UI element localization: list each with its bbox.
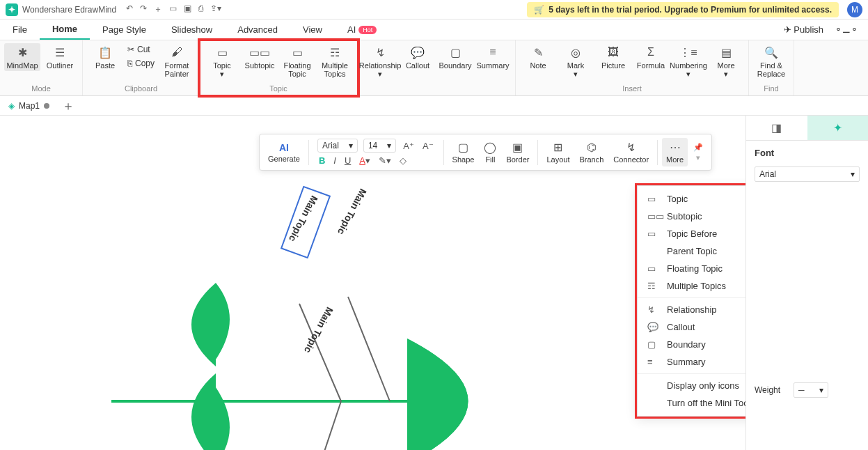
undo-icon[interactable]: ↶ bbox=[126, 3, 133, 15]
new-icon[interactable]: ＋ bbox=[154, 3, 162, 15]
formula-button[interactable]: ΣFormula bbox=[633, 43, 669, 71]
note-button[interactable]: ✎Note bbox=[520, 43, 556, 71]
group-rel-label bbox=[362, 83, 511, 95]
print-icon[interactable]: ⎙ bbox=[198, 3, 203, 15]
app-logo: ✦ bbox=[6, 3, 18, 16]
font-size-select[interactable]: 14▾ bbox=[363, 139, 396, 153]
cm-boundary[interactable]: ▢BoundaryCtrl+Shift+B bbox=[638, 336, 745, 353]
cut-button[interactable]: ✂Cut bbox=[125, 43, 157, 56]
weight-select[interactable]: ─▾ bbox=[794, 382, 828, 398]
add-tab-button[interactable]: ＋ bbox=[59, 98, 77, 114]
relationship-icon: ↯ bbox=[372, 45, 388, 60]
trial-banner[interactable]: 🛒 5 days left in the trial period. Upgra… bbox=[527, 2, 839, 17]
cm-multiple[interactable]: ☶Multiple TopicsCtrl+M bbox=[638, 277, 745, 295]
cm-subtopic[interactable]: ▭▭SubtopicTab, Ins, Ctrl+Enter bbox=[638, 208, 745, 225]
branch-label: Branch bbox=[579, 155, 603, 164]
cm-display-icons[interactable]: Display only icons bbox=[638, 377, 745, 394]
summary-icon: ≡ bbox=[485, 45, 500, 60]
document-tab[interactable]: ◈ Map1 bbox=[4, 98, 54, 114]
generate-label: Generate bbox=[268, 155, 300, 163]
subtopic-button[interactable]: ▭▭ Subtopic bbox=[242, 43, 278, 71]
bold-button[interactable]: B bbox=[317, 155, 326, 166]
summary-button[interactable]: ≡ Summary bbox=[475, 43, 511, 71]
tab-file[interactable]: File bbox=[0, 20, 40, 40]
decrease-font-button[interactable]: A⁻ bbox=[421, 141, 435, 151]
mark-button[interactable]: ◎Mark▾ bbox=[558, 43, 594, 79]
numbering-button[interactable]: ⋮≡Numbering▾ bbox=[670, 43, 707, 79]
cm-relationship[interactable]: ↯RelationshipCtrl+R bbox=[638, 301, 745, 318]
copy-button[interactable]: ⎘Copy bbox=[125, 57, 157, 70]
multiple-topics-button[interactable]: ☶ MultipleTopics bbox=[317, 43, 353, 79]
cm-summary[interactable]: ≡SummaryCtrl+] bbox=[638, 353, 745, 371]
paste-icon: 📋 bbox=[97, 45, 113, 60]
canvas[interactable]: Main Idea Main Topic Main Topic Main Top… bbox=[0, 116, 745, 450]
underline-button[interactable]: U bbox=[343, 155, 352, 166]
main-idea-node[interactable]: Main Idea bbox=[246, 274, 309, 290]
more-insert-button[interactable]: ▤More▾ bbox=[708, 43, 744, 79]
floating-topic-button[interactable]: ▭ FloatingTopic bbox=[279, 43, 315, 79]
font-family-select[interactable]: Arial▾ bbox=[317, 139, 358, 153]
mini-more-button[interactable]: ⋯More bbox=[662, 138, 688, 166]
increase-font-button[interactable]: A⁺ bbox=[402, 141, 416, 151]
font-section-title: Font bbox=[746, 141, 868, 164]
callout-button[interactable]: 💬 Callout bbox=[400, 43, 436, 71]
pin-button[interactable]: 📌▾ bbox=[689, 141, 707, 164]
more-insert-label: More bbox=[717, 61, 734, 70]
open-icon[interactable]: ▭ bbox=[169, 3, 177, 15]
highlight-button[interactable]: ✎▾ bbox=[377, 155, 393, 166]
tab-ai[interactable]: AI Hot bbox=[335, 20, 389, 40]
redo-icon[interactable]: ↷ bbox=[140, 3, 147, 15]
clear-format-button[interactable]: ◇ bbox=[398, 155, 408, 166]
italic-button[interactable]: I bbox=[332, 155, 338, 166]
weight-label: Weight bbox=[755, 385, 789, 395]
group-find-label: Find bbox=[753, 83, 789, 95]
topic-button[interactable]: ▭ Topic▾ bbox=[204, 43, 240, 79]
mindmap-button[interactable]: ✱ MindMap bbox=[4, 43, 40, 71]
note-label: Note bbox=[530, 61, 546, 70]
floating-topic-icon: ▭ bbox=[290, 45, 305, 60]
relationship-button[interactable]: ↯ Relationship▾ bbox=[362, 43, 398, 79]
cm-parenttopic[interactable]: Parent TopicShift+Ins bbox=[638, 242, 745, 260]
tab-home[interactable]: Home bbox=[40, 20, 90, 40]
ai-panel-tab[interactable]: ✦ bbox=[807, 116, 869, 140]
topic-icon: ▭ bbox=[647, 194, 660, 204]
cm-callout[interactable]: 💬CalloutAlt+Enter bbox=[638, 318, 745, 336]
shape-button[interactable]: ▢Shape bbox=[448, 139, 479, 165]
publish-button[interactable]: ✈ Publish bbox=[784, 24, 823, 35]
group-find: 🔍 Find &Replace Find bbox=[749, 40, 794, 95]
connector-button[interactable]: ↯Connector bbox=[609, 139, 653, 165]
border-label: Border bbox=[506, 155, 529, 164]
chevron-icon: ▾ bbox=[696, 153, 700, 162]
style-tab[interactable]: ◨ bbox=[746, 116, 807, 140]
format-painter-button[interactable]: 🖌 FormatPainter bbox=[159, 43, 195, 79]
cm-topic[interactable]: ▭TopicEnter bbox=[638, 190, 745, 208]
map-icon: ◈ bbox=[8, 101, 15, 111]
layout-button[interactable]: ⊞Layout bbox=[542, 139, 574, 165]
ai-generate-button[interactable]: AI Generate bbox=[264, 141, 304, 164]
cm-floating[interactable]: ▭Floating TopicAlt+F bbox=[638, 260, 745, 277]
share-icon[interactable]: ⚬⚊⚬ bbox=[835, 24, 858, 35]
outliner-button[interactable]: ☰ Outliner bbox=[42, 43, 78, 71]
find-replace-button[interactable]: 🔍 Find &Replace bbox=[753, 43, 789, 79]
user-avatar[interactable]: M bbox=[847, 2, 862, 17]
fmt-l2: Painter bbox=[165, 70, 189, 78]
tab-pagestyle[interactable]: Page Style bbox=[90, 20, 159, 40]
tab-slideshow[interactable]: Slideshow bbox=[159, 20, 225, 40]
tab-advanced[interactable]: Advanced bbox=[225, 20, 290, 40]
ai-badge: Hot bbox=[358, 26, 377, 34]
tab-view[interactable]: View bbox=[290, 20, 335, 40]
cm-topicbefore[interactable]: ▭Topic BeforeShift+Enter bbox=[638, 225, 745, 242]
paste-button[interactable]: 📋 Paste bbox=[87, 43, 123, 71]
boundary-button[interactable]: ▢ Boundary bbox=[437, 43, 473, 71]
save-icon[interactable]: ▣ bbox=[184, 3, 191, 15]
panel-font-select[interactable]: Arial▾ bbox=[755, 166, 860, 182]
cm-turn-off[interactable]: Turn off the Mini Toolbar bbox=[638, 394, 745, 412]
font-color-button[interactable]: A▾ bbox=[358, 155, 372, 166]
branch-label-2[interactable]: Main Topic bbox=[336, 187, 369, 236]
branch-button[interactable]: ⌬Branch bbox=[575, 139, 608, 165]
export-icon[interactable]: ⇪▾ bbox=[210, 3, 221, 15]
topicbefore-icon: ▭ bbox=[647, 228, 660, 239]
fill-button[interactable]: ◯Fill bbox=[480, 139, 500, 165]
picture-button[interactable]: 🖼Picture bbox=[595, 43, 631, 71]
border-button[interactable]: ▣Border bbox=[502, 139, 533, 165]
